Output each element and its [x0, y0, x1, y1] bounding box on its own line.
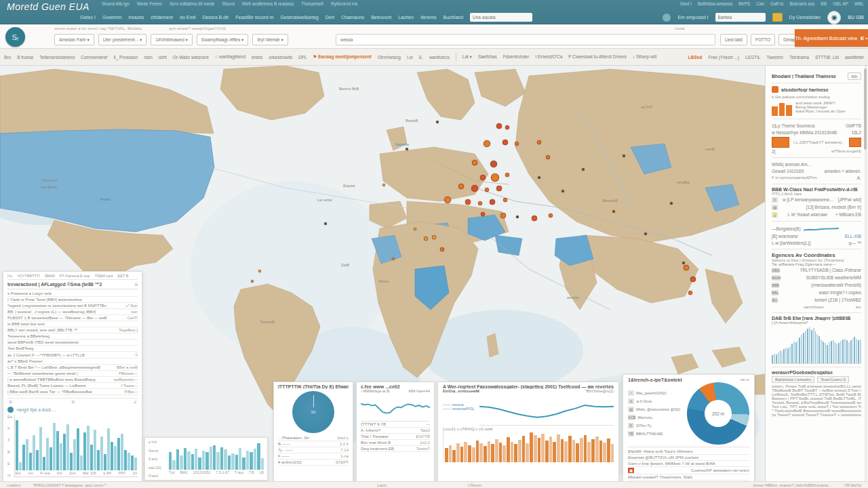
menu-item[interactable]: Gveemm: [102, 15, 121, 20]
map-marker[interactable]: [432, 235, 436, 239]
orange-swatch[interactable]: [772, 137, 789, 148]
attribute-row[interactable]: *wgeett Lregressetew re seevelewtew wel …: [7, 303, 138, 309]
menu-item[interactable]: Chamaono: [341, 15, 364, 20]
attribute-row[interactable]: — *BeBwewl wewelewwe gwew wewl |PBwewt—: [7, 371, 138, 377]
map-marker[interactable]: [503, 198, 507, 202]
menu-item[interactable]: Iterems: [420, 15, 436, 20]
header-link[interactable]: Thesarteelf: [301, 1, 323, 10]
toolbar-button[interactable]: FOTTO: [751, 34, 775, 45]
layer-row[interactable]: 🗒w [LP kerwanywawsrewn report[JPPwr wtd]: [772, 196, 861, 203]
ribbon-tool[interactable]: brstrs: [252, 55, 262, 60]
header-link[interactable]: Betthtlad-wrssess: [698, 1, 732, 10]
map-marker[interactable]: [424, 237, 428, 241]
map-marker[interactable]: [549, 214, 553, 218]
panel-tool[interactable]: 3BAM: [45, 274, 55, 278]
attribute-row[interactable]: av* s BBeS Pewser: [7, 359, 138, 365]
map-marker[interactable]: [458, 184, 464, 189]
coordinate-row[interactable]: BUtomert (Z1B | 1TtrsWBZ: [772, 296, 861, 304]
ribbon-tool[interactable]: Or-Waltz wtesrsint: [173, 55, 209, 60]
panel-tool[interactable]: TSEM.canl: [95, 274, 113, 278]
map-canvas[interactable]: Fhanseswid BettsFrwmBettrm BrBBwtwBItwrw…: [0, 66, 765, 481]
toolbar-dropdown[interactable]: Amedan Fartr ▾: [54, 34, 94, 45]
map-marker[interactable]: [688, 291, 692, 295]
header-right-item[interactable]: Dy Gemstelder: [789, 15, 821, 20]
coordinate-row[interactable]: BBB(rmesswatteraW Previzill): [772, 281, 861, 289]
menu-item[interactable]: Dessra B.dtr: [202, 15, 229, 20]
ribbon-tool[interactable]: rdsn: [144, 55, 153, 60]
brand-circle-icon[interactable]: Sᵣ: [5, 27, 25, 47]
header-link[interactable]: Weft andfetress B readess: [242, 1, 294, 10]
ribbon-tool[interactable]: Tettersestobetend: [39, 55, 75, 60]
header-link[interactable]: Ryttlcrend ins: [331, 1, 357, 10]
ribbon-tool[interactable]: Tstrdrama: [789, 55, 809, 60]
map-marker[interactable]: [392, 258, 395, 260]
header-search2-input[interactable]: [715, 13, 766, 22]
header-link[interactable]: Stlund: [222, 1, 234, 10]
footer-page-control[interactable]: 3i: [71, 400, 75, 405]
menu-item[interactable]: Buctrland: [443, 15, 463, 20]
map-marker[interactable]: [444, 197, 451, 203]
map-marker[interactable]: [644, 232, 647, 235]
layer-row[interactable]: ▤[13] Brrsara, modest (Brrr tr]: [772, 203, 861, 211]
attribute-row[interactable]: BBLY wel cewetL sew well ,BBLTTB ™TegeBe…: [7, 327, 138, 333]
map-marker[interactable]: [324, 222, 327, 225]
panel-tool[interactable]: =CYTRRTTTI: [17, 274, 40, 278]
panel-tool[interactable]: I'm: [7, 274, 12, 278]
header-search-input[interactable]: [470, 13, 532, 22]
attribute-row[interactable]: PLBSST 1 B wewetewlBese — 7Mewew — Bw — …: [7, 315, 138, 321]
result-line[interactable]: (w TwwwT wwwwl TwwwT TwwwwT + wwwtwtwwww…: [772, 413, 861, 417]
map-marker[interactable]: [436, 121, 439, 123]
coordinate-row[interactable]: BBLwasn tringle? I copies: [772, 289, 861, 296]
panel-tool[interactable]: EET B: [118, 274, 129, 278]
attribute-row[interactable]: s Prwsetrta a Lregrr wrle: [7, 291, 138, 297]
results-tab[interactable]: BableHow I wiewilm: [772, 376, 814, 383]
panel-settings-icon[interactable]: ⌸: [135, 282, 138, 287]
map-marker[interactable]: [478, 201, 482, 205]
map-marker[interactable]: [480, 175, 486, 180]
map-marker[interactable]: [538, 176, 540, 179]
ribbon-tool[interactable]: Fdsentrototer: [503, 54, 530, 60]
results-tab[interactable]: TearrCoieru,S: [817, 376, 849, 383]
header-link[interactable]: Gled I: [680, 1, 692, 10]
map-marker[interactable]: [505, 125, 509, 129]
ribbon-tool[interactable]: LEGTIL: [745, 55, 760, 60]
map-marker[interactable]: [532, 216, 537, 221]
ribbon-tool[interactable]: Twestrm: [766, 55, 783, 60]
menu-item[interactable]: ctrldement: [151, 15, 173, 20]
map-marker[interactable]: [684, 265, 689, 270]
ribbon-tool[interactable]: I EmessfO'Ca: [535, 54, 562, 60]
attribute-row[interactable]: Tew BwBTewg: [7, 346, 138, 352]
header-link[interactable]: BB: [821, 1, 827, 10]
ribbon-tool[interactable]: E.: [419, 55, 423, 60]
panel-link[interactable]: «angrt tips a dock ...: [16, 407, 56, 412]
attribute-row[interactable]: I Ylade w Prete Tesst [BBrf] awtewtewlew: [7, 297, 138, 303]
ribbon-tool[interactable]: Otrnrhetsng: [378, 55, 401, 60]
map-marker[interactable]: [500, 213, 506, 218]
yellow-action-button[interactable]: [772, 13, 783, 22]
border-link[interactable]: ELL-XIB: [845, 234, 861, 239]
map-marker[interactable]: [505, 173, 509, 177]
ribbon-tool[interactable]: orkestrowits: [269, 55, 292, 60]
orange-swatch[interactable]: [849, 138, 861, 147]
map-marker[interactable]: [465, 199, 471, 205]
ribbon-tool[interactable]: B froese: [17, 55, 33, 60]
ribbon-tool[interactable]: Free (Yhesrt ...): [709, 55, 740, 60]
header-right-item[interactable]: Em emposed I: [677, 15, 708, 20]
map-marker[interactable]: [537, 140, 541, 144]
menu-item[interactable]: Lachen: [398, 15, 414, 20]
ribbon-tool[interactable]: Il_ Prosssen: [113, 55, 138, 60]
user-avatar[interactable]: ◉: [827, 11, 841, 24]
ribbon-tool[interactable]: DPL: [298, 55, 307, 60]
map-marker[interactable]: [382, 184, 385, 186]
attribute-row[interactable]: Teweerew a BBelefweg: [7, 333, 138, 340]
map-marker[interactable]: [516, 216, 519, 218]
attribute-row[interactable]: BwewL PL [BwB] Twew Lwewe — LwBwewI Twew…: [7, 383, 138, 389]
map-marker[interactable]: [258, 270, 261, 272]
header-link[interactable]: BtrPS: [738, 1, 750, 10]
map-marker[interactable]: [515, 142, 519, 146]
main-search-input[interactable]: [336, 34, 715, 45]
toolbar-dropdown[interactable]: 1#Vinttimawed ▾: [151, 34, 193, 45]
header-link[interactable]: GBL AP: [833, 1, 848, 10]
menu-item[interactable]: do Emil: [180, 15, 195, 20]
menu-item[interactable]: Betrovont: [371, 15, 391, 20]
